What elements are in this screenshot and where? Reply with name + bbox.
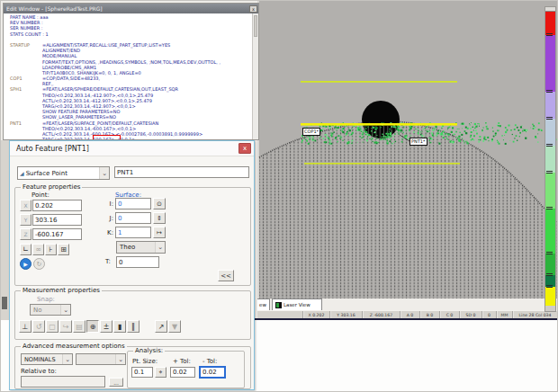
code-text: FORMAT/TEXT,OPTIONS, ,HEADINGS,SYMBOLS, … [42, 59, 220, 65]
nominals-value: NOMINALS [22, 356, 56, 363]
align-vector-icon[interactable]: ↦ [153, 227, 166, 238]
scan-sphere [362, 101, 400, 138]
dialog-titlebar[interactable]: Auto Feature [PNT1] x [10, 141, 254, 156]
axis-lock-button-y[interactable]: Y [20, 214, 32, 226]
edit-window-close-button[interactable]: x [249, 5, 257, 13]
block-width-icon[interactable]: ▮ [113, 320, 126, 333]
grid-icon[interactable]: ⊞ [58, 244, 69, 255]
point-distance-icon[interactable]: ⊦ [45, 244, 57, 255]
minus-tol-input[interactable] [200, 367, 225, 378]
color-scale-segment [545, 254, 555, 275]
t-value-input[interactable] [116, 256, 159, 268]
relative-to-input[interactable] [21, 376, 105, 388]
pt-size-input[interactable] [131, 367, 153, 378]
vector-label: K: [103, 229, 113, 236]
feature-type-dropdown[interactable]: ◢ Surface Point ⌄ [17, 166, 110, 180]
status-field: X 0.202 [302, 311, 329, 318]
vector-input-i[interactable] [115, 198, 151, 209]
tab-graphics-view-partial[interactable]: ew [257, 298, 270, 310]
point-path-icon[interactable]: ↗ [155, 320, 167, 333]
code-text: =ALIGNMENT/START,RECALL:USE_PART_SETUP,L… [42, 42, 170, 48]
analysis-group: Analysis: Pt. Size: + Tol: - Tol: ⌖ [127, 351, 245, 388]
left-scrollbar-thumb[interactable] [2, 297, 7, 309]
snap-to-surface-icon[interactable]: ⊙ [153, 198, 166, 209]
pitch-marks-icon[interactable]: ‖ [127, 320, 140, 333]
feature-id-label: STARTUP [10, 42, 30, 48]
edit-window-titlebar[interactable]: Edit Window - [SphereRadTest.PRG] x [4, 4, 258, 13]
chevron-down-icon: ⌄ [99, 167, 109, 179]
measure-play-button[interactable]: ▶ [20, 258, 32, 270]
coordinate-input-y[interactable] [32, 214, 82, 226]
status-field: Z -600.167 [362, 311, 400, 318]
dialog-close-button[interactable]: x [238, 143, 251, 154]
vector-row-j: J:⇕ [103, 212, 166, 224]
redo-icon[interactable]: ↪ [59, 320, 72, 333]
point-label: Point: [32, 192, 50, 199]
cop1-feature-label[interactable]: COP1* [302, 128, 320, 136]
code-text: REV NUMBER : [10, 20, 43, 25]
code-text: TARG/<0.202,303.14,-412.907>,<0,0,1> [42, 103, 136, 109]
axis-lock-button-z[interactable]: Z [20, 228, 32, 240]
point-cloud-graphic [257, 1, 558, 298]
code-text [10, 37, 12, 42]
status-bar: X 0.202Y 303.16Z -600.167A 0B 0C 0SD 00M… [257, 310, 558, 318]
target-circle-icon[interactable]: ⊕ [86, 320, 99, 333]
chevron-down-icon: ⌄ [62, 354, 72, 364]
touch-point-icon[interactable]: ⊥ [19, 320, 32, 333]
color-scale-tick [546, 207, 553, 209]
axis-lock-button-x[interactable]: X [20, 200, 32, 211]
vector-label: J: [103, 215, 113, 222]
edit-window-body[interactable]: PART NAME : aaaREV NUMBER :SER NUMBER :S… [4, 13, 252, 139]
vector-input-j[interactable] [115, 212, 151, 224]
code-line[interactable]: TARG/<0.202,303.14,-600.167>,<0,0,1> [4, 137, 252, 139]
point-tools-toolbar: ∟∞⊦⊞ [20, 244, 69, 255]
coordinate-input-z[interactable] [32, 228, 82, 240]
undo-icon[interactable]: ↺ [32, 320, 45, 333]
nominals-dropdown[interactable]: NOMINALS ⌄ [21, 353, 73, 365]
pnt1-feature-label[interactable]: PNT1* [410, 138, 428, 146]
left-edge-strip [1, 140, 9, 320]
code-text: STATS COUNT : 1 [10, 31, 49, 37]
edit-window-scrollbar[interactable] [252, 13, 258, 139]
color-scale-segment [545, 209, 555, 254]
code-text: THEO/<0.202,303.14,-412.907>,<0,0,1>,25.… [42, 93, 153, 98]
laser-line-active [301, 123, 457, 126]
chevron-down-icon: ⌄ [155, 242, 165, 253]
code-text: =FEAT/LASER/SPHERE/DEFAULT,CARTESIAN,OUT… [42, 86, 178, 92]
laser-view-canvas[interactable]: COP1* PNT1* [257, 1, 558, 298]
feature-id-label: COP1 [10, 76, 22, 81]
code-text: MODE/MANUAL [42, 53, 76, 58]
axes-icon[interactable]: ∟ [20, 244, 32, 255]
code-text: ACTL/<0.202,303.14,-412.907>,<0,0,1>,25.… [42, 98, 152, 103]
collapse-dialog-button[interactable]: << [218, 270, 234, 281]
plus-tol-label: + Tol: [173, 358, 191, 365]
deviation-color-scale [544, 6, 556, 312]
code-text: SHOW FEATURE PARAMETERS=NO [42, 109, 120, 114]
flip-vector-icon[interactable]: ⇕ [153, 212, 166, 224]
pcdmis-app: COP1* PNT1* ew Laser View X 0.202Y 303.1… [0, 0, 558, 392]
feature-id-label: PNT1 [10, 120, 22, 126]
color-scale-segment [545, 146, 555, 173]
plus-tol-input[interactable] [170, 367, 195, 378]
edit-window[interactable]: Edit Window - [SphereRadTest.PRG] x PART… [3, 3, 259, 140]
filter-icon[interactable]: ▼ [168, 320, 181, 333]
color-scale-bar [545, 12, 555, 306]
find-nominal-icon[interactable]: ∞ [32, 244, 44, 255]
vector-input-k[interactable] [115, 227, 151, 238]
code-text: REF,, [42, 81, 54, 86]
feature-name-input[interactable] [114, 166, 249, 178]
color-scale-tick [546, 144, 553, 147]
coordinate-input-x[interactable] [32, 200, 82, 211]
browse-button[interactable]: ... [109, 378, 123, 387]
point-zoom-icon[interactable]: ⌖ [155, 367, 166, 378]
reread-nominals-button[interactable]: ↻ [33, 258, 45, 270]
theo-dropdown[interactable]: Theo ⌄ [116, 241, 166, 254]
tab-partial-label: ew [259, 302, 266, 307]
tolerance-bar-icon[interactable]: ± [100, 320, 112, 333]
color-scale-tick [546, 252, 553, 254]
t-label: T: [105, 258, 111, 265]
levels-icon[interactable]: ▤ [73, 320, 86, 333]
laser-line-lower [304, 163, 460, 165]
box-select-icon[interactable]: ▢ [46, 320, 58, 333]
tab-laser-view[interactable]: Laser View [272, 298, 322, 310]
